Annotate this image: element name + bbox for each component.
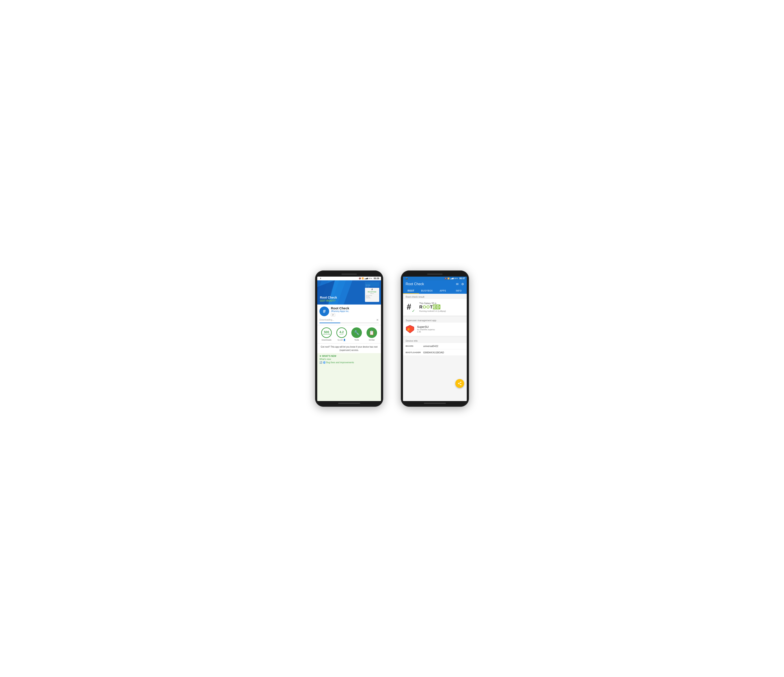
mute-icon: 🔇 xyxy=(359,277,361,279)
app-banner: Root Check GOT ROOT? Root Check ROOT BU xyxy=(317,280,381,305)
tab-info[interactable]: INFO xyxy=(451,288,467,294)
wifi-icon-2: 📶 xyxy=(447,277,450,279)
phone-1-clock: 06:06 xyxy=(373,277,379,280)
bootloader-key: BOOTLOADER xyxy=(406,351,423,353)
banner-screenshot: Root Check ROOT BUSY # ROOTED Android 5.… xyxy=(365,282,379,302)
tab-root[interactable]: ROOT xyxy=(403,288,419,294)
stat-rating: 4.2 ★★★★☆ 6,118 👤 xyxy=(336,327,347,341)
progress-bar xyxy=(319,322,379,323)
tools-label: Tools xyxy=(355,339,359,341)
svg-line-14 xyxy=(459,382,460,383)
device-info-row-board: BOARD universal5422 xyxy=(403,343,467,349)
board-value: universal5422 xyxy=(423,345,439,347)
root-check-app-title: Root Check xyxy=(406,282,424,286)
share-fab-button[interactable] xyxy=(455,379,464,388)
supersu-package: eu.chainfire.supersu xyxy=(417,328,464,331)
whats-new-title: ✳ WHAT'S NEW xyxy=(319,355,379,357)
superuser-section-header: Superuser management app xyxy=(403,317,467,322)
phone-1-screen: ⬇ 🔇 📶 ▂▄▆ 87% 06:06 xyxy=(317,277,381,401)
similar-apps-icon: 📋 xyxy=(369,330,375,335)
similar-label: Similar xyxy=(369,339,375,341)
download-label: Downloading... ✕ xyxy=(319,318,379,322)
svg-point-12 xyxy=(460,384,462,385)
rating-badge: 4.2 ★★★★☆ xyxy=(336,327,347,338)
downloads-unit: THOUSAND xyxy=(323,333,330,335)
banner-app-name: Root Check xyxy=(320,296,337,299)
phone-2-status-bar: 📷 🔇 📶 ▂▄▆ 86% 06:07 xyxy=(403,277,467,280)
svg-text:#: # xyxy=(407,302,411,311)
tab-busybox[interactable]: BUSYBOX xyxy=(419,288,435,294)
spinner-icon: ✳ xyxy=(319,355,321,357)
rooted-text-container: This Galaxy S5 is ROOTED Running Android… xyxy=(419,302,464,312)
phone-2-screen: 📷 🔇 📶 ▂▄▆ 86% 06:07 Root Check ✉ ⚙ xyxy=(403,277,467,401)
phone-1-status-icons: 🔇 📶 ▂▄▆ 87% 06:06 xyxy=(359,277,379,280)
whats-new-subtitle: What's new: xyxy=(319,358,379,360)
age-rating-badge: 3+ xyxy=(331,313,335,316)
header-icons: ✉ ⚙ xyxy=(456,282,464,286)
battery-text-2: 86% xyxy=(454,277,458,279)
stats-row: 500 THOUSAND Downloads 4.2 ★★★★☆ 6,118 xyxy=(317,326,381,342)
app-developer: JRummy Apps Inc. xyxy=(331,310,379,313)
app-name: Root Check xyxy=(331,306,379,310)
this-device-text: This Galaxy S5 is xyxy=(419,302,464,305)
email-icon[interactable]: ✉ xyxy=(456,282,459,286)
rating-stars: ★★★★☆ xyxy=(339,333,344,335)
stat-similar[interactable]: 📋 Similar xyxy=(367,327,377,341)
svg-text:#: # xyxy=(408,327,409,332)
rating-count: 6,118 👤 xyxy=(338,339,345,341)
close-button[interactable]: ✕ xyxy=(376,318,379,322)
svg-point-11 xyxy=(458,383,459,384)
root-check-section-header: Root check result xyxy=(403,294,467,299)
supersu-app-name: SuperSU xyxy=(417,325,464,328)
phone-2-speaker xyxy=(427,274,443,275)
root-check-body: Root check result # ✓ This Gala xyxy=(403,294,467,401)
similar-icon-circle: 📋 xyxy=(367,327,377,338)
root-check-header: Root Check ✉ ⚙ xyxy=(403,280,467,288)
phones-container: ⬇ 🔇 📶 ▂▄▆ 87% 06:06 xyxy=(315,271,469,407)
phone-2-home-bar xyxy=(424,403,446,404)
rating-number: 4.2 xyxy=(339,330,344,333)
device-info-section-header: Device info xyxy=(403,338,467,343)
phone-2-clock: 06:07 xyxy=(459,277,465,280)
board-key: BOARD xyxy=(406,345,423,347)
app-icon: # xyxy=(319,307,329,316)
tab-bar: ROOT BUSYBOX APPS INFO xyxy=(403,288,467,294)
phone-1: ⬇ 🔇 📶 ▂▄▆ 87% 06:06 xyxy=(315,271,383,407)
people-icon: 👤 xyxy=(343,339,345,341)
signal-icon-2: ▂▄▆ xyxy=(450,277,454,279)
tools-icon-circle: 🔧 xyxy=(352,327,362,338)
download-notification-icon: ⬇ xyxy=(320,277,321,279)
play-store-content: Root Check GOT ROOT? Root Check ROOT BU xyxy=(317,280,381,401)
mute-icon-2: 🔇 xyxy=(445,277,447,279)
update-icon: 🔄 xyxy=(319,361,322,364)
tools-wrench-icon: 🔧 xyxy=(354,330,359,335)
app-info-section: # Root Check JRummy Apps Inc. 3+ xyxy=(317,305,381,317)
battery-text: 87% xyxy=(369,277,372,279)
banner-tagline: GOT ROOT? xyxy=(320,299,336,302)
stat-tools[interactable]: 🔧 Tools xyxy=(352,327,362,341)
downloads-label: Downloads xyxy=(322,339,331,341)
phone-1-status-bar: ⬇ 🔇 📶 ▂▄▆ 87% 06:06 xyxy=(317,277,381,280)
whats-new-item: 🔄 🌀 Bug fixes and improvements xyxy=(319,361,379,364)
svg-point-10 xyxy=(460,381,462,383)
downloads-number: 500 xyxy=(324,330,329,333)
phone-1-speaker xyxy=(341,274,357,275)
settings-icon[interactable]: ⚙ xyxy=(461,282,464,286)
app-name-section: Root Check JRummy Apps Inc. 3+ xyxy=(331,306,379,316)
root-result-card: # ✓ This Galaxy S5 is ROOTED Running And… xyxy=(403,299,467,315)
phone-2: 📷 🔇 📶 ▂▄▆ 86% 06:07 Root Check ✉ ⚙ xyxy=(401,271,469,407)
divider-2 xyxy=(317,343,381,344)
whats-new-section: ✳ WHAT'S NEW What's new: 🔄 🌀 Bug fixes a… xyxy=(317,353,381,401)
tab-apps[interactable]: APPS xyxy=(435,288,451,294)
hashtag-container: # ✓ xyxy=(406,302,417,313)
downloading-text: Downloading... xyxy=(319,319,334,321)
screenshot-icon: 📷 xyxy=(406,277,408,279)
signal-icon: ▂▄▆ xyxy=(364,277,368,279)
bootloader-value: G900HXXU1BOAD xyxy=(423,351,444,354)
device-info-table: BOARD universal5422 BOOTLOADER G900HXXU1… xyxy=(403,343,467,356)
downloads-badge: 500 THOUSAND xyxy=(321,327,332,338)
download-bar-section: Downloading... ✕ xyxy=(317,317,381,324)
phone-2-status-icons: 🔇 📶 ▂▄▆ 86% 06:07 xyxy=(445,277,465,280)
app-description: Got root? This app will let you know if … xyxy=(317,344,381,353)
stat-downloads: 500 THOUSAND Downloads xyxy=(321,327,332,341)
